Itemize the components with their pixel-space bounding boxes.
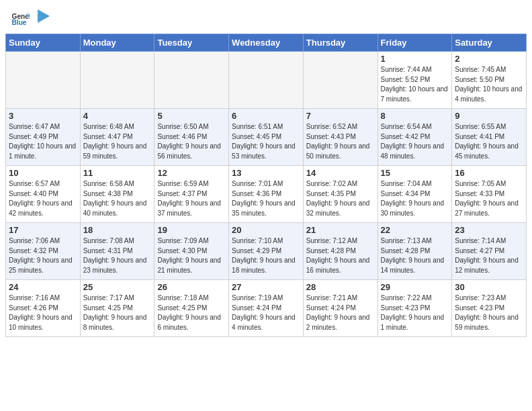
day-info: Sunrise: 6:50 AMSunset: 4:46 PMDaylight:… (157, 122, 226, 161)
day-number: 27 (232, 282, 300, 292)
logo: General Blue (11, 9, 50, 28)
day-info: Sunrise: 6:51 AMSunset: 4:45 PMDaylight:… (232, 122, 300, 161)
day-number: 11 (83, 168, 152, 178)
day-info: Sunrise: 7:08 AMSunset: 4:31 PMDaylight:… (83, 236, 152, 275)
day-number: 21 (306, 225, 375, 235)
day-info: Sunrise: 7:10 AMSunset: 4:29 PMDaylight:… (232, 236, 300, 275)
calendar-cell: 20Sunrise: 7:10 AMSunset: 4:29 PMDayligh… (229, 223, 304, 280)
weekday-header-thursday: Thursday (303, 34, 378, 52)
day-info: Sunrise: 6:59 AMSunset: 4:37 PMDaylight:… (157, 179, 226, 218)
weekday-header-friday: Friday (378, 34, 452, 52)
calendar-cell: 8Sunrise: 6:54 AMSunset: 4:42 PMDaylight… (378, 109, 452, 166)
calendar-cell: 19Sunrise: 7:09 AMSunset: 4:30 PMDayligh… (154, 223, 229, 280)
calendar-week-4: 17Sunrise: 7:06 AMSunset: 4:32 PMDayligh… (6, 223, 527, 280)
day-number: 2 (455, 54, 523, 64)
day-info: Sunrise: 7:06 AMSunset: 4:32 PMDaylight:… (9, 236, 77, 275)
day-number: 23 (455, 225, 523, 235)
weekday-header-tuesday: Tuesday (154, 34, 229, 52)
day-number: 7 (306, 111, 375, 121)
day-info: Sunrise: 6:52 AMSunset: 4:43 PMDaylight:… (306, 122, 375, 161)
calendar-cell: 22Sunrise: 7:13 AMSunset: 4:28 PMDayligh… (378, 223, 452, 280)
calendar-cell (303, 52, 378, 109)
day-info: Sunrise: 7:13 AMSunset: 4:28 PMDaylight:… (381, 236, 449, 275)
calendar-cell: 28Sunrise: 7:21 AMSunset: 4:24 PMDayligh… (303, 280, 378, 337)
day-info: Sunrise: 6:58 AMSunset: 4:38 PMDaylight:… (83, 179, 152, 218)
day-number: 13 (232, 168, 300, 178)
day-number: 28 (306, 282, 375, 292)
day-number: 5 (157, 111, 226, 121)
logo-arrow-icon (38, 9, 50, 23)
day-info: Sunrise: 6:47 AMSunset: 4:49 PMDaylight:… (9, 122, 77, 161)
calendar-cell: 13Sunrise: 7:01 AMSunset: 4:36 PMDayligh… (229, 166, 304, 223)
calendar-week-3: 10Sunrise: 6:57 AMSunset: 4:40 PMDayligh… (6, 166, 527, 223)
calendar-cell (229, 52, 304, 109)
day-info: Sunrise: 7:19 AMSunset: 4:24 PMDaylight:… (232, 293, 300, 332)
calendar-cell: 4Sunrise: 6:48 AMSunset: 4:47 PMDaylight… (80, 109, 154, 166)
calendar-cell: 17Sunrise: 7:06 AMSunset: 4:32 PMDayligh… (6, 223, 81, 280)
calendar-cell (154, 52, 229, 109)
day-number: 9 (455, 111, 523, 121)
day-number: 17 (9, 225, 77, 235)
calendar-cell: 26Sunrise: 7:18 AMSunset: 4:25 PMDayligh… (154, 280, 229, 337)
day-info: Sunrise: 7:44 AMSunset: 5:52 PMDaylight:… (381, 65, 449, 104)
day-number: 18 (83, 225, 152, 235)
calendar-cell: 10Sunrise: 6:57 AMSunset: 4:40 PMDayligh… (6, 166, 81, 223)
day-info: Sunrise: 6:55 AMSunset: 4:41 PMDaylight:… (455, 122, 523, 161)
day-number: 10 (9, 168, 77, 178)
day-number: 6 (232, 111, 300, 121)
day-number: 3 (9, 111, 77, 121)
day-number: 26 (157, 282, 226, 292)
day-number: 30 (455, 282, 523, 292)
calendar-cell: 21Sunrise: 7:12 AMSunset: 4:28 PMDayligh… (303, 223, 378, 280)
day-info: Sunrise: 7:14 AMSunset: 4:27 PMDaylight:… (455, 236, 523, 275)
calendar-cell: 27Sunrise: 7:19 AMSunset: 4:24 PMDayligh… (229, 280, 304, 337)
calendar-cell: 24Sunrise: 7:16 AMSunset: 4:26 PMDayligh… (6, 280, 81, 337)
day-number: 22 (381, 225, 449, 235)
svg-text:Blue: Blue (12, 19, 27, 26)
weekday-header-wednesday: Wednesday (229, 34, 304, 52)
day-number: 16 (455, 168, 523, 178)
calendar-cell: 9Sunrise: 6:55 AMSunset: 4:41 PMDaylight… (452, 109, 527, 166)
day-number: 24 (9, 282, 77, 292)
calendar-cell: 1Sunrise: 7:44 AMSunset: 5:52 PMDaylight… (378, 52, 452, 109)
day-info: Sunrise: 7:45 AMSunset: 5:50 PMDaylight:… (455, 65, 523, 104)
header: General Blue (0, 0, 532, 34)
day-info: Sunrise: 6:54 AMSunset: 4:42 PMDaylight:… (381, 122, 449, 161)
calendar-cell (6, 52, 81, 109)
day-number: 8 (381, 111, 449, 121)
day-info: Sunrise: 7:17 AMSunset: 4:25 PMDaylight:… (83, 293, 152, 332)
day-number: 20 (232, 225, 300, 235)
day-number: 25 (83, 282, 152, 292)
calendar-cell: 29Sunrise: 7:22 AMSunset: 4:23 PMDayligh… (378, 280, 452, 337)
day-number: 15 (381, 168, 449, 178)
day-info: Sunrise: 7:18 AMSunset: 4:25 PMDaylight:… (157, 293, 226, 332)
day-info: Sunrise: 7:04 AMSunset: 4:34 PMDaylight:… (381, 179, 449, 218)
calendar-cell: 6Sunrise: 6:51 AMSunset: 4:45 PMDaylight… (229, 109, 304, 166)
weekday-header-saturday: Saturday (452, 34, 527, 52)
day-info: Sunrise: 7:12 AMSunset: 4:28 PMDaylight:… (306, 236, 375, 275)
weekday-header-sunday: Sunday (6, 34, 81, 52)
calendar-cell: 30Sunrise: 7:23 AMSunset: 4:23 PMDayligh… (452, 280, 527, 337)
calendar-cell: 18Sunrise: 7:08 AMSunset: 4:31 PMDayligh… (80, 223, 154, 280)
day-info: Sunrise: 7:05 AMSunset: 4:33 PMDaylight:… (455, 179, 523, 218)
day-number: 29 (381, 282, 449, 292)
day-number: 19 (157, 225, 226, 235)
day-info: Sunrise: 7:01 AMSunset: 4:36 PMDaylight:… (232, 179, 300, 218)
day-info: Sunrise: 7:22 AMSunset: 4:23 PMDaylight:… (381, 293, 449, 332)
calendar-table: SundayMondayTuesdayWednesdayThursdayFrid… (5, 34, 527, 337)
calendar-week-1: 1Sunrise: 7:44 AMSunset: 5:52 PMDaylight… (6, 52, 527, 109)
calendar-cell: 2Sunrise: 7:45 AMSunset: 5:50 PMDaylight… (452, 52, 527, 109)
logo-icon: General Blue (11, 9, 30, 28)
day-number: 12 (157, 168, 226, 178)
day-number: 4 (83, 111, 152, 121)
day-info: Sunrise: 7:21 AMSunset: 4:24 PMDaylight:… (306, 293, 375, 332)
day-info: Sunrise: 6:57 AMSunset: 4:40 PMDaylight:… (9, 179, 77, 218)
calendar-cell: 3Sunrise: 6:47 AMSunset: 4:49 PMDaylight… (6, 109, 81, 166)
calendar-cell: 5Sunrise: 6:50 AMSunset: 4:46 PMDaylight… (154, 109, 229, 166)
day-info: Sunrise: 7:02 AMSunset: 4:35 PMDaylight:… (306, 179, 375, 218)
calendar-cell: 14Sunrise: 7:02 AMSunset: 4:35 PMDayligh… (303, 166, 378, 223)
calendar-week-5: 24Sunrise: 7:16 AMSunset: 4:26 PMDayligh… (6, 280, 527, 337)
day-info: Sunrise: 6:48 AMSunset: 4:47 PMDaylight:… (83, 122, 152, 161)
calendar-cell: 25Sunrise: 7:17 AMSunset: 4:25 PMDayligh… (80, 280, 154, 337)
calendar-cell (80, 52, 154, 109)
